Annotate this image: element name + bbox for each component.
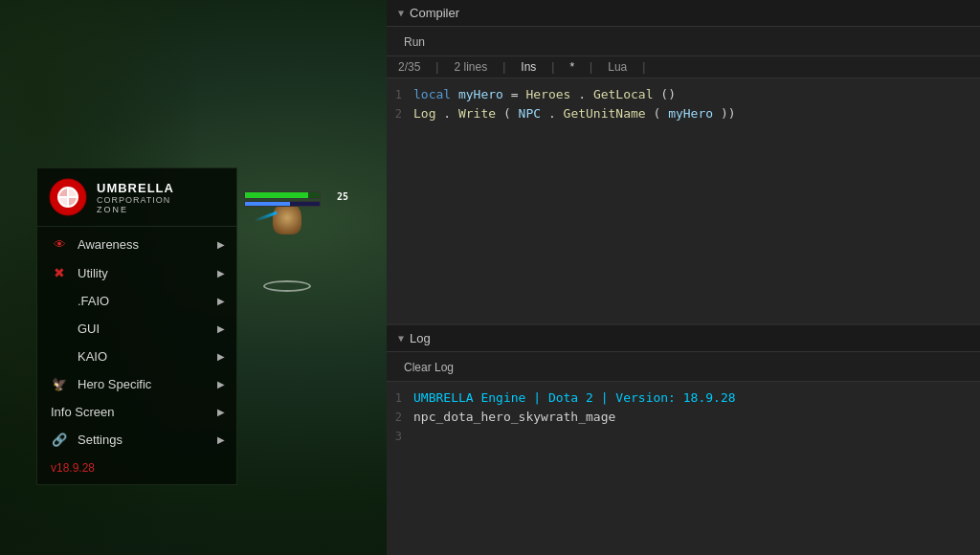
- compiler-triangle-icon: ▼: [398, 8, 404, 18]
- log-title: Log: [410, 331, 431, 345]
- kaio-arrow-icon: ▶: [217, 351, 225, 362]
- info-screen-arrow-icon: ▶: [217, 407, 225, 417]
- utility-arrow-icon: ▶: [217, 268, 225, 278]
- hero-specific-arrow-icon: ▶: [217, 379, 225, 389]
- editor-content[interactable]: 1 local myHero = Heroes . GetLocal () 2: [387, 78, 980, 323]
- log-line-num-3: 3: [387, 430, 413, 443]
- gui-arrow-icon: ▶: [217, 323, 225, 334]
- hero-figure: [258, 201, 316, 278]
- log-section: ▼ Log Clear Log 1 UMBRELLA Engine | Dota…: [387, 325, 980, 555]
- sidebar-header: UMBRELLA CORPORATION ZONE: [37, 168, 236, 227]
- faio-label: .FAIO: [78, 294, 109, 308]
- sidebar-item-utility[interactable]: ✖ Utility ▶: [37, 258, 236, 287]
- log-line-3: 3: [387, 428, 980, 447]
- sidebar-item-gui[interactable]: GUI ▶: [37, 315, 236, 343]
- settings-label: Settings: [78, 433, 122, 447]
- mana-bar: [244, 201, 321, 207]
- line-count: 2 lines: [454, 60, 487, 74]
- log-line-1: 1 UMBRELLA Engine | Dota 2 | Version: 18…: [387, 389, 980, 409]
- awareness-arrow-icon: ▶: [217, 239, 225, 250]
- compiler-toolbar: Run: [387, 27, 980, 56]
- hero-bars: 25: [244, 191, 321, 207]
- company-name: UMBRELLA CORPORATION ZONE: [97, 181, 174, 214]
- language-indicator: Lua: [608, 60, 627, 74]
- run-button[interactable]: Run: [398, 33, 431, 51]
- clear-log-button[interactable]: Clear Log: [398, 359, 459, 376]
- cursor-position: 2/35: [398, 60, 420, 74]
- sidebar-item-faio[interactable]: .FAIO ▶: [37, 287, 236, 315]
- mana-fill: [245, 202, 290, 206]
- company-sub-label: CORPORATION: [97, 195, 174, 205]
- line-number-1: 1: [387, 88, 413, 101]
- right-panel: ▼ Compiler Run 2/35 | 2 lines | Ins | * …: [387, 0, 980, 555]
- hero-selection-circle: [263, 280, 311, 292]
- company-zone-label: ZONE: [97, 205, 174, 214]
- settings-icon: 🔗: [51, 433, 68, 447]
- log-toolbar: Clear Log: [387, 352, 980, 382]
- sidebar-menu: UMBRELLA CORPORATION ZONE 👁 Awareness ▶ …: [36, 167, 237, 485]
- awareness-label: Awareness: [78, 237, 139, 252]
- line-code-1: local myHero = Heroes . GetLocal (): [413, 87, 676, 101]
- health-fill: [245, 192, 308, 198]
- editor-statusbar: 2/35 | 2 lines | Ins | * | Lua |: [387, 56, 980, 78]
- sidebar-item-awareness[interactable]: 👁 Awareness ▶: [37, 231, 236, 258]
- gui-label: GUI: [78, 322, 100, 336]
- settings-arrow-icon: ▶: [217, 434, 225, 445]
- log-line-num-1: 1: [387, 391, 413, 405]
- health-bar: 25: [244, 191, 321, 199]
- version-label: v18.9.28: [37, 454, 236, 477]
- compiler-title: Compiler: [410, 6, 459, 20]
- hero-specific-label: Hero Specific: [78, 377, 151, 391]
- log-line-num-2: 2: [387, 411, 413, 424]
- line-code-2: Log . Write ( NPC . GetUnitName ( myHero…: [413, 106, 736, 121]
- log-header: ▼ Log: [387, 325, 980, 352]
- company-main-label: UMBRELLA: [97, 181, 174, 195]
- utility-icon: ✖: [51, 265, 68, 280]
- log-triangle-icon: ▼: [398, 333, 404, 344]
- log-line-2: 2 npc_dota_hero_skywrath_mage: [387, 409, 980, 428]
- compiler-header: ▼ Compiler: [387, 0, 980, 27]
- hero-specific-icon: 🦅: [51, 377, 68, 391]
- compiler-section: ▼ Compiler Run 2/35 | 2 lines | Ins | * …: [387, 0, 980, 325]
- log-text-1: UMBRELLA Engine | Dota 2 | Version: 18.9…: [413, 390, 736, 405]
- edit-mode: Ins: [521, 60, 536, 74]
- sidebar-item-settings[interactable]: 🔗 Settings ▶: [37, 426, 236, 454]
- log-text-3: [413, 429, 421, 443]
- sidebar-item-info-screen[interactable]: Info Screen ▶: [37, 398, 236, 426]
- line-number-2: 2: [387, 107, 413, 121]
- code-line-2: 2 Log . Write ( NPC . GetUnitName ( myHe…: [387, 105, 980, 124]
- awareness-icon: 👁: [51, 237, 68, 252]
- unsaved-marker: *: [569, 60, 574, 74]
- kaio-label: KAIO: [78, 349, 107, 364]
- sidebar-item-kaio[interactable]: KAIO ▶: [37, 343, 236, 370]
- sidebar-item-hero-specific[interactable]: 🦅 Hero Specific ▶: [37, 370, 236, 398]
- log-content: 1 UMBRELLA Engine | Dota 2 | Version: 18…: [387, 382, 980, 555]
- log-text-2: npc_dota_hero_skywrath_mage: [413, 410, 615, 424]
- umbrella-logo-icon: [49, 178, 87, 216]
- hp-number: 25: [337, 191, 348, 202]
- code-editor: 2/35 | 2 lines | Ins | * | Lua | 1 local…: [387, 56, 980, 323]
- faio-arrow-icon: ▶: [217, 296, 225, 306]
- code-line-1: 1 local myHero = Heroes . GetLocal (): [387, 86, 980, 105]
- utility-label: Utility: [78, 266, 108, 280]
- info-screen-label: Info Screen: [51, 405, 115, 419]
